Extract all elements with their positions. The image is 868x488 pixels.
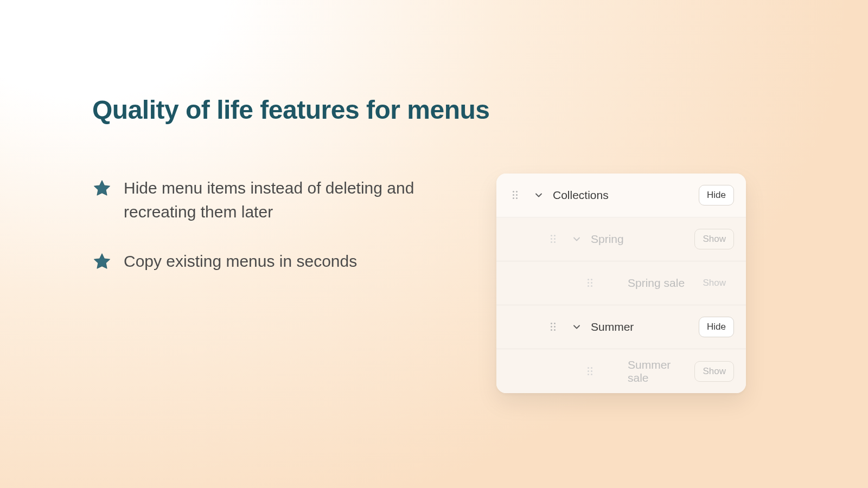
menu-row-label: Spring sale xyxy=(628,277,694,290)
menu-row-label: Collections xyxy=(553,189,699,202)
star-icon xyxy=(92,178,112,198)
show-button: Show xyxy=(694,273,734,293)
feature-bullets: Hide menu items instead of deleting and … xyxy=(92,176,483,299)
show-button[interactable]: Show xyxy=(694,229,734,249)
menu-row-collections: Collections Hide xyxy=(496,174,746,217)
menu-tree-panel: Collections Hide Spring Show Spring sale… xyxy=(496,174,746,393)
menu-row-label: Summer xyxy=(591,320,699,333)
feature-bullet-text: Hide menu items instead of deleting and … xyxy=(124,176,483,223)
chevron-down-icon[interactable] xyxy=(571,234,582,245)
page-title: Quality of life features for menus xyxy=(92,95,489,125)
feature-bullet: Copy existing menus in seconds xyxy=(92,249,483,273)
feature-bullet-text: Copy existing menus in seconds xyxy=(124,249,357,273)
hide-button[interactable]: Hide xyxy=(699,185,734,206)
menu-row-spring: Spring Show xyxy=(496,217,746,261)
hide-button[interactable]: Hide xyxy=(699,317,734,337)
chevron-down-icon[interactable] xyxy=(571,322,582,332)
menu-row-label: Summer sale xyxy=(628,358,694,384)
star-icon xyxy=(92,252,112,271)
chevron-down-icon[interactable] xyxy=(533,190,544,201)
drag-handle-icon[interactable] xyxy=(551,235,556,243)
drag-handle-icon[interactable] xyxy=(513,191,518,200)
feature-bullet: Hide menu items instead of deleting and … xyxy=(92,176,483,223)
menu-row-summer-sale: Summer sale Show xyxy=(496,349,746,393)
show-button[interactable]: Show xyxy=(694,361,734,382)
menu-row-label: Spring xyxy=(591,233,694,246)
menu-row-spring-sale: Spring sale Show xyxy=(496,261,746,305)
drag-handle-icon[interactable] xyxy=(588,279,593,287)
drag-handle-icon[interactable] xyxy=(588,367,593,376)
drag-handle-icon[interactable] xyxy=(551,323,556,331)
menu-row-summer: Summer Hide xyxy=(496,305,746,349)
